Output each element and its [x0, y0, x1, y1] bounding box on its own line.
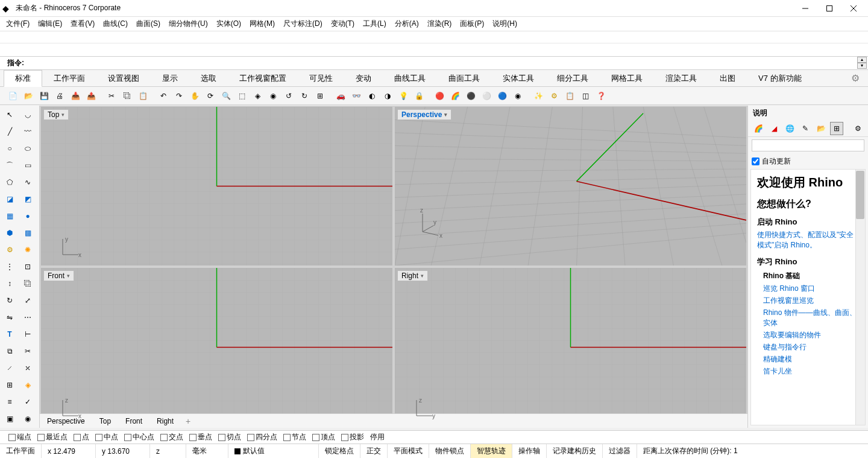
properties2-icon[interactable]: ▣ [1, 411, 18, 427]
grid-icon[interactable]: ⊞ [1, 377, 18, 393]
viewport-top-label[interactable]: Top▾ [43, 109, 69, 120]
help-link[interactable]: Rhino 物件——曲线、曲面、实体 [763, 308, 859, 328]
gear-icon[interactable]: ⚙ [1, 242, 18, 258]
tab-drafting[interactable]: 出图 [708, 70, 747, 87]
car-icon[interactable]: 🚗 [334, 89, 347, 103]
tab-curvetools[interactable]: 曲线工具 [383, 70, 437, 87]
undo-icon[interactable]: ↶ [157, 89, 170, 103]
viewtab-front[interactable]: Front [123, 416, 145, 427]
menu-dimension[interactable]: 尺寸标注(D) [283, 19, 322, 29]
cylinder-icon[interactable]: ⬢ [1, 225, 18, 241]
libraries-icon[interactable]: 📂 [814, 122, 828, 135]
viewtab-top[interactable]: Top [97, 416, 113, 427]
scale-icon[interactable]: ⤢ [19, 293, 36, 308]
mirror-icon[interactable]: ⇋ [1, 310, 18, 325]
properties-icon[interactable]: ◫ [579, 89, 592, 103]
toolbar-settings-icon[interactable]: ⚙ [851, 72, 860, 84]
explode-icon[interactable]: ✺ [19, 242, 36, 258]
surface2-icon[interactable]: ◩ [19, 191, 36, 207]
options-icon[interactable]: ⚙ [547, 89, 561, 103]
join-icon[interactable]: ⧉ [1, 343, 18, 359]
tab-viewport[interactable]: 工作视窗配置 [228, 70, 298, 87]
copy-icon[interactable]: ⿻ [121, 89, 134, 103]
circle-icon[interactable]: ○ [1, 141, 18, 156]
new-icon[interactable]: 📄 [6, 89, 19, 103]
check-icon[interactable]: ✓ [19, 394, 36, 410]
tab-standard[interactable]: 标准 [4, 70, 42, 87]
cut-icon[interactable]: ✂ [105, 89, 118, 103]
help-link[interactable]: 键盘与指令行 [763, 342, 859, 352]
menu-render[interactable]: 渲染(R) [427, 19, 452, 29]
pan-icon[interactable]: ✋ [188, 89, 201, 103]
osnap-end[interactable]: 端点 [8, 432, 31, 442]
render-icon[interactable]: 🔴 [433, 89, 446, 103]
cmd-scroll-up[interactable]: ▴ [857, 57, 867, 63]
menu-edit[interactable]: 编辑(E) [38, 19, 62, 29]
named-view-icon[interactable]: ◑ [381, 89, 394, 103]
trim-icon[interactable]: ⟋ [1, 360, 18, 376]
viewport-top[interactable]: Top▾ y x [41, 107, 392, 266]
four-viewports-icon[interactable]: ⊞ [313, 89, 327, 103]
osnap-point[interactable]: 点 [74, 432, 89, 442]
help-link[interactable]: 精确建模 [763, 354, 859, 364]
more-panels-icon[interactable]: ⚙ [851, 122, 864, 135]
menu-tools[interactable]: 工具(L) [363, 19, 386, 29]
osnap-near[interactable]: 最近点 [37, 432, 68, 442]
arc-icon[interactable]: ⌒ [1, 157, 18, 173]
tab-rendertools[interactable]: 渲染工具 [654, 70, 708, 87]
minimize-button[interactable] [793, 1, 817, 16]
help-link[interactable]: 笛卡儿坐 [763, 366, 859, 377]
status-layer[interactable]: 默认值 [228, 444, 319, 458]
viewport-perspective-label[interactable]: Perspective▾ [397, 109, 451, 120]
redo-icon[interactable]: ↷ [172, 89, 186, 103]
ghosted-icon[interactable]: ⚪ [480, 89, 493, 103]
osnap-cen[interactable]: 中心点 [124, 432, 154, 442]
osnap-project[interactable]: 投影 [341, 432, 364, 442]
polygon-icon[interactable]: ⬠ [1, 174, 18, 190]
menu-mesh[interactable]: 网格(M) [250, 19, 275, 29]
dimension-icon[interactable]: ⊢ [19, 326, 36, 342]
rectangle-icon[interactable]: ▭ [19, 157, 36, 173]
viewtab-right[interactable]: Right [154, 416, 176, 427]
help-link[interactable]: 选取要编辑的物件 [763, 330, 859, 340]
osnap-mid[interactable]: 中点 [95, 432, 118, 442]
help2-icon[interactable]: ◉ [19, 411, 36, 427]
status-gumball[interactable]: 操作轴 [512, 444, 547, 458]
rotate-tool-icon[interactable]: ↻ [1, 293, 18, 308]
open-icon[interactable]: 📂 [22, 89, 35, 103]
move-icon[interactable]: ↕ [1, 276, 18, 291]
ellipse-icon[interactable]: ⬭ [19, 141, 36, 156]
menu-view[interactable]: 查看(V) [71, 19, 95, 29]
rotate-icon[interactable]: ⟳ [204, 89, 217, 103]
points-off-icon[interactable]: ⊡ [19, 259, 36, 275]
help-start-link[interactable]: 使用快捷方式、配置以及"安全模式"启动 Rhino。 [757, 230, 859, 250]
tab-newv7[interactable]: V7 的新功能 [747, 70, 813, 87]
render-settings-icon[interactable]: 🌈 [752, 122, 765, 135]
sphere-icon[interactable]: ● [19, 208, 36, 224]
menu-help[interactable]: 说明(H) [492, 19, 517, 29]
viewport-front[interactable]: Front▾ z x [41, 268, 392, 427]
auto-update-checkbox[interactable] [752, 157, 760, 165]
raytraced-icon[interactable]: ◉ [511, 89, 524, 103]
osnap-tan[interactable]: 切点 [218, 432, 241, 442]
viewport-front-label[interactable]: Front▾ [43, 270, 74, 281]
help-link[interactable]: 工作视窗里巡览 [763, 296, 859, 306]
help-search-input[interactable] [752, 139, 864, 151]
surface-icon[interactable]: ◪ [1, 191, 18, 207]
tab-transform[interactable]: 变动 [344, 70, 383, 87]
menu-transform[interactable]: 变动(T) [331, 19, 354, 29]
osnap-vertex[interactable]: 顶点 [312, 432, 335, 442]
redo-view-icon[interactable]: ↻ [298, 89, 311, 103]
help-icon[interactable]: ❓ [594, 89, 608, 103]
viewport-right[interactable]: Right▾ z y [395, 268, 746, 427]
lightbulb-icon[interactable]: 💡 [397, 89, 410, 103]
status-cplane[interactable]: 工作平面 [0, 444, 42, 458]
wand-icon[interactable]: ✨ [532, 89, 545, 103]
osnap-quad[interactable]: 四分点 [247, 432, 277, 442]
glasses-icon[interactable]: 👓 [350, 89, 363, 103]
command-line[interactable]: 指令: ▴ ▾ [0, 57, 868, 70]
save-icon[interactable]: 💾 [37, 89, 51, 103]
menu-surface[interactable]: 曲面(S) [136, 19, 160, 29]
command-history[interactable] [0, 31, 868, 43]
environments-icon[interactable]: 🌐 [783, 122, 796, 135]
